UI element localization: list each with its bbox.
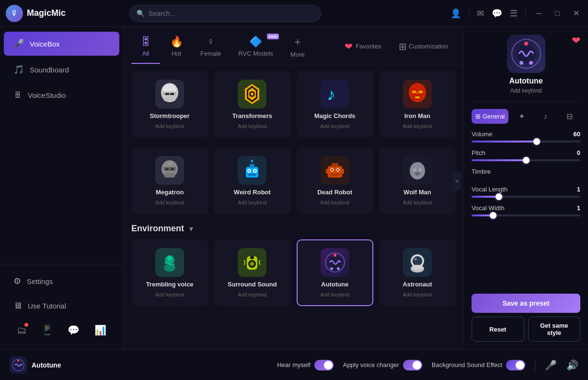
grid-icon[interactable]: 🗂: [17, 325, 26, 336]
surround-icon: [238, 248, 266, 277]
environment-section-title[interactable]: Environment ▼: [131, 224, 456, 234]
tab-female[interactable]: ♀ Female: [193, 32, 229, 64]
voice-card-wolf-man[interactable]: Wolf Man Add keybind: [379, 147, 456, 214]
magic-chords-icon: ♪: [321, 80, 349, 108]
megatron-name: Megatron: [156, 189, 184, 196]
bg-sound-toggle[interactable]: [506, 360, 525, 370]
volume-thumb[interactable]: [533, 138, 540, 145]
same-style-button[interactable]: Get same style: [528, 317, 581, 342]
voice-card-stormtrooper[interactable]: Stormtrooper Add keybind: [131, 71, 208, 138]
hear-myself-toggle[interactable]: [314, 360, 334, 370]
apply-voice-toggle[interactable]: [403, 360, 422, 370]
voice-card-astronaut[interactable]: Astronaut Add keybind: [379, 239, 456, 306]
tab-general[interactable]: ⊞ General: [472, 109, 508, 124]
svg-point-45: [410, 162, 425, 179]
vocal-length-track[interactable]: [472, 196, 580, 198]
ironman-keybind[interactable]: Add keybind: [403, 123, 432, 129]
sidebar-item-tutorial[interactable]: 🖥 Use Tutorial: [4, 294, 119, 318]
pitch-track[interactable]: [472, 159, 580, 161]
svg-point-54: [167, 256, 172, 261]
voice-card-surround[interactable]: Surround Sound Add keybind: [214, 239, 290, 306]
megatron-icon: [155, 156, 184, 185]
sidebar-item-soundboard[interactable]: 🎵 Soundboard: [4, 58, 119, 82]
astronaut-icon: [403, 248, 432, 277]
tablet-icon[interactable]: 📱: [41, 324, 53, 336]
audio-icon: ♪: [543, 112, 547, 121]
sidebar-item-settings[interactable]: ⚙ Settings: [4, 269, 119, 293]
reset-button[interactable]: Reset: [472, 317, 524, 342]
volume-label: Volume: [472, 131, 492, 138]
svg-rect-59: [250, 256, 254, 259]
tab-rvc[interactable]: new 🔷 RVC Models: [231, 32, 281, 64]
search-bar[interactable]: 🔍: [129, 5, 321, 22]
svg-rect-25: [246, 167, 258, 178]
voice-card-weird-robot[interactable]: Weird Robot Add keybind: [214, 147, 290, 214]
autotune-env-keybind[interactable]: Add keybind: [320, 292, 349, 297]
vocal-width-track[interactable]: [472, 214, 580, 216]
close-button[interactable]: ✕: [570, 8, 582, 19]
voice-card-autotune-env[interactable]: Autotune Add keybind: [297, 239, 373, 306]
hear-myself-thumb: [324, 361, 333, 369]
menu-icon[interactable]: ☰: [510, 8, 518, 19]
voicebox-label: VoiceBox: [30, 40, 60, 48]
panel-keybind[interactable]: Add keybind: [510, 87, 542, 94]
sidebar-bottom-icons: 🗂 📱 💬 📊: [0, 319, 123, 342]
trembling-name: Trembling voice: [146, 281, 194, 288]
tab-effects[interactable]: ✦: [510, 108, 532, 125]
dead-robot-keybind[interactable]: Add keybind: [320, 200, 349, 205]
sidebar-item-voicestudio[interactable]: 🎚 VoiceStudio: [4, 83, 119, 107]
transformers-keybind[interactable]: Add keybind: [238, 123, 267, 129]
expand-arrow[interactable]: »: [452, 171, 461, 190]
chat-icon[interactable]: 💬: [68, 324, 80, 336]
mic-icon[interactable]: 🎤: [545, 359, 557, 371]
voice-card-megatron[interactable]: Megatron Add keybind: [131, 147, 208, 214]
dashboard-icon[interactable]: 📊: [94, 324, 106, 336]
volume-icon[interactable]: 🔊: [566, 359, 578, 371]
svg-rect-20: [163, 167, 176, 171]
magic-chords-keybind[interactable]: Add keybind: [320, 123, 349, 129]
voice-card-ironman[interactable]: Iron Man Add keybind: [379, 71, 456, 138]
notification-badge: [24, 323, 28, 327]
vocal-width-thumb[interactable]: [490, 212, 496, 219]
search-input[interactable]: [149, 10, 314, 17]
voice-card-transformers[interactable]: Transformers Add keybind: [214, 71, 290, 138]
discord-icon[interactable]: 💬: [492, 8, 502, 19]
surround-keybind[interactable]: Add keybind: [238, 292, 267, 297]
panel-heart-icon[interactable]: ❤: [572, 35, 580, 47]
vocal-length-thumb[interactable]: [496, 193, 502, 200]
apply-voice-thumb: [413, 361, 421, 369]
tab-customization[interactable]: ⊞ Customization: [391, 37, 456, 59]
tab-audio[interactable]: ♪: [534, 108, 556, 125]
volume-track[interactable]: [472, 141, 580, 142]
voice-card-trembling[interactable]: Trembling voice Add keybind: [131, 239, 208, 306]
tab-settings-panel[interactable]: ⊟: [558, 108, 580, 125]
mail-icon[interactable]: ✉: [477, 8, 484, 19]
wolf-man-keybind[interactable]: Add keybind: [403, 200, 432, 205]
pitch-thumb[interactable]: [523, 157, 530, 164]
svg-point-33: [251, 160, 253, 162]
svg-point-63: [330, 267, 333, 270]
save-preset-button[interactable]: Save as preset: [472, 294, 580, 313]
tab-favorites[interactable]: ❤ Favorites: [337, 37, 389, 59]
svg-rect-21: [165, 168, 169, 170]
weird-robot-keybind[interactable]: Add keybind: [238, 200, 267, 205]
megatron-keybind[interactable]: Add keybind: [155, 200, 184, 205]
profile-icon[interactable]: 👤: [450, 8, 461, 19]
bottombar: Autotune Hear myself Apply voice changer…: [0, 349, 588, 380]
trembling-keybind[interactable]: Add keybind: [155, 292, 184, 297]
tab-more[interactable]: ＋ More: [283, 31, 312, 65]
wolf-man-icon: [403, 156, 432, 185]
voice-card-dead-robot[interactable]: Dead Robot Add keybind: [297, 147, 373, 214]
tab-all[interactable]: 🎛 All: [131, 32, 160, 64]
maximize-button[interactable]: □: [552, 8, 563, 19]
hear-myself-label: Hear myself: [277, 361, 310, 368]
bg-sound-label: Background Sound Effect: [432, 361, 502, 368]
stormtrooper-keybind[interactable]: Add keybind: [155, 123, 184, 129]
voice-card-magic-chords[interactable]: ♪ Magic Chords Add keybind: [297, 71, 373, 138]
minimize-button[interactable]: ─: [533, 8, 544, 19]
tab-hot[interactable]: 🔥 Hot: [162, 32, 191, 64]
bottom-controls: Hear myself Apply voice changer Backgrou…: [277, 359, 578, 371]
astronaut-keybind[interactable]: Add keybind: [403, 292, 432, 297]
sidebar-item-voicebox[interactable]: 🎤 VoiceBox: [4, 32, 119, 56]
svg-point-73: [524, 42, 528, 46]
